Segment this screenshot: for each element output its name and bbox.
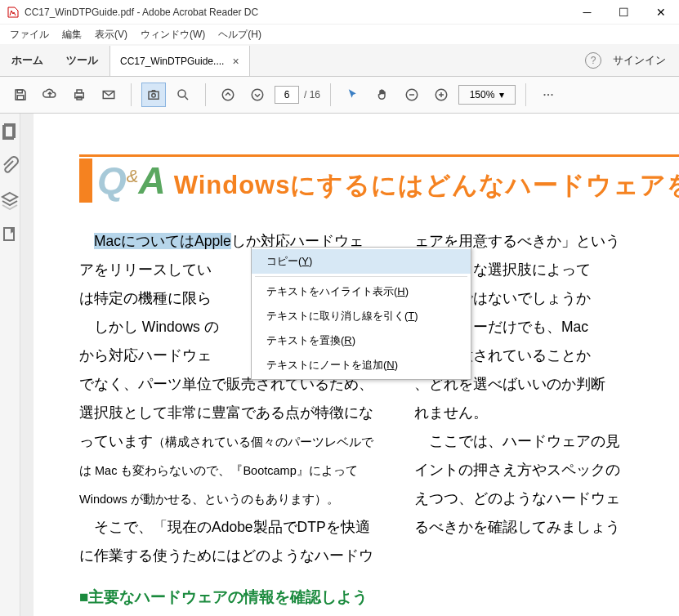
svg-point-11 [252, 89, 263, 100]
svg-rect-7 [149, 92, 159, 99]
menubar: ファイル 編集 表示(V) ウィンドウ(W) ヘルプ(H) [0, 25, 679, 44]
app-icon [7, 6, 20, 19]
selection-tool-icon[interactable] [341, 83, 365, 107]
search-icon[interactable] [171, 83, 195, 107]
context-menu-separator [255, 276, 467, 277]
layers-icon[interactable] [0, 190, 20, 210]
tabbar: ホーム ツール CC17_WinDTPGuide.... × ? サインイン [0, 44, 679, 77]
svg-point-14 [543, 94, 545, 96]
context-menu-item[interactable]: コピー(Y) [252, 249, 471, 274]
menu-help[interactable]: ヘルプ(H) [212, 26, 268, 43]
tab-home[interactable]: ホーム [0, 44, 55, 76]
snapshot-tool-icon[interactable] [141, 83, 166, 107]
left-gutter [20, 114, 34, 616]
context-menu-item[interactable]: テキストに取り消し線を引く(T) [252, 304, 471, 328]
signin-link[interactable]: サインイン [613, 53, 666, 68]
email-icon[interactable] [96, 83, 121, 107]
document-tab[interactable]: CC17_WinDTPGuide.... × [109, 46, 250, 76]
document-tab-label: CC17_WinDTPGuide.... [120, 56, 224, 67]
svg-point-8 [152, 94, 156, 98]
qa-heading: Q&A Windowsにするにはどんなハードウェアを選ぶ [79, 158, 679, 203]
menu-edit[interactable]: 編集 [56, 26, 88, 43]
close-button[interactable]: ✕ [642, 0, 679, 25]
heading-text: Windowsにするにはどんなハードウェアを選ぶ [174, 168, 679, 203]
titlebar: CC17_WinDTPGuide.pdf - Adobe Acrobat Rea… [0, 0, 679, 25]
zoom-out-icon[interactable] [400, 83, 424, 107]
page-total: / 16 [304, 89, 320, 100]
next-page-icon[interactable] [245, 83, 270, 107]
tab-tools[interactable]: ツール [55, 44, 109, 76]
bookmarks-icon[interactable] [0, 225, 20, 244]
context-menu-item[interactable]: テキストを置換(R) [252, 328, 471, 353]
context-menu: コピー(Y)テキストをハイライト表示(H)テキストに取り消し線を引く(T)テキス… [251, 247, 471, 380]
svg-point-16 [551, 94, 552, 96]
zoom-in-icon[interactable] [429, 83, 453, 107]
prev-page-icon[interactable] [216, 83, 240, 107]
page-number-input[interactable] [275, 86, 299, 104]
navigation-pane [0, 114, 20, 616]
help-icon[interactable]: ? [585, 52, 601, 69]
menu-window[interactable]: ウィンドウ(W) [134, 26, 212, 43]
svg-rect-1 [17, 90, 22, 93]
zoom-select[interactable]: 150%▾ [458, 85, 516, 105]
chevron-down-icon: ▾ [499, 89, 504, 100]
svg-rect-2 [17, 96, 24, 100]
thumbnails-icon[interactable] [0, 122, 20, 141]
more-tools-icon[interactable] [536, 83, 561, 107]
maximize-button[interactable]: ☐ [605, 0, 642, 25]
svg-rect-4 [77, 90, 82, 93]
context-menu-item[interactable]: テキストにノートを追加(N) [252, 353, 471, 377]
subheading: ■主要なハードウェアの情報を確認しよう [79, 582, 382, 613]
save-icon[interactable] [8, 83, 33, 107]
menu-file[interactable]: ファイル [3, 26, 56, 43]
cloud-upload-icon[interactable] [38, 83, 62, 107]
svg-point-9 [178, 90, 185, 97]
heading-rule [79, 154, 679, 157]
context-menu-item[interactable]: テキストをハイライト表示(H) [252, 279, 471, 304]
print-icon[interactable] [67, 83, 92, 107]
menu-view[interactable]: 表示(V) [88, 26, 134, 43]
toolbar: / 16 150%▾ [0, 77, 679, 114]
window-controls: ─ ☐ ✕ [569, 0, 679, 25]
svg-point-15 [547, 94, 549, 96]
qa-mark: Q&A [97, 158, 166, 203]
hand-tool-icon[interactable] [370, 83, 395, 107]
svg-point-10 [222, 89, 234, 100]
minimize-button[interactable]: ─ [569, 0, 605, 25]
attachments-icon[interactable] [0, 156, 20, 176]
selected-text: MacについてはApple [94, 233, 231, 249]
document-tab-close-icon[interactable]: × [232, 55, 239, 68]
window-title: CC17_WinDTPGuide.pdf - Adobe Acrobat Rea… [25, 7, 569, 18]
zoom-value: 150% [470, 89, 495, 100]
